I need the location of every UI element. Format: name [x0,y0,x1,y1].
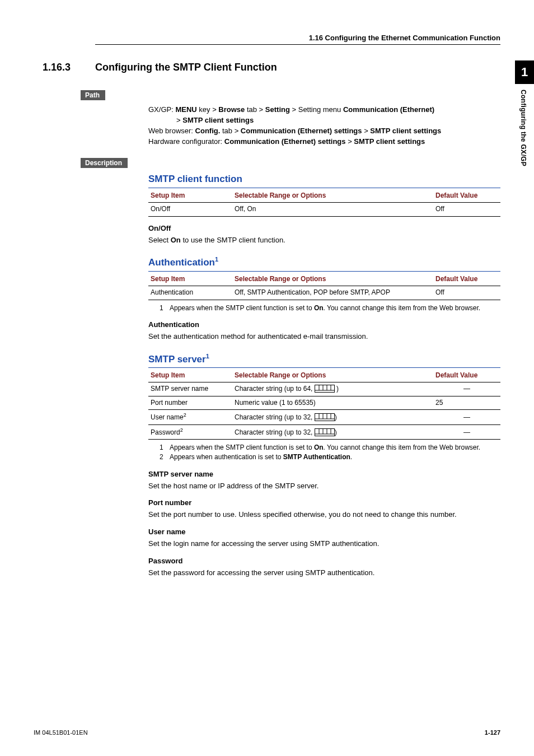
auth-heading: Authentication1 [148,255,500,271]
auth-item-heading: Authentication [148,320,500,330]
server-table: Setup Item Selectable Range or Options D… [148,369,500,440]
path-hw-prefix: Hardware configurator: [148,137,224,146]
section-number: 1.16.3 [43,62,95,73]
svg-rect-6 [315,414,334,421]
item-heading: Password [148,556,500,567]
svg-rect-12 [315,428,334,436]
side-tab: 1 Configuring the GX/GP [515,60,534,172]
smtp-client-table: Setup Item Selectable Range or Options D… [148,189,500,217]
item-heading: Port number [148,498,500,508]
svg-rect-0 [315,385,334,393]
path-gx-prefix: GX/GP: [148,105,175,114]
keyboard-icon [315,413,335,421]
server-heading: SMTP server1 [148,352,500,368]
item-heading: SMTP server name [148,469,500,480]
item-body: Set the host name or IP address of the S… [148,481,500,492]
keyboard-icon [315,385,335,393]
auth-item-body: Set the authentication method for authen… [148,332,500,342]
table-row: Password2Character string (up to 32, )― [148,424,500,439]
server-notes: 1Appears when the SMTP client function i… [160,443,500,463]
item-body: Set the login name for accessing the ser… [148,539,500,549]
section-title: Configuring the SMTP Client Function [95,62,277,73]
table-row: Port numberNumeric value (1 to 65535)25 [148,396,500,409]
path-block: GX/GP: MENU key > Browse tab > Setting >… [148,105,500,147]
table-row: SMTP server nameCharacter string (up to … [148,382,500,396]
table-row: On/Off Off, On Off [148,203,500,216]
keyboard-icon [315,428,335,436]
footer-page-number: 1-127 [485,729,500,736]
footer-doc-id: IM 04L51B01-01EN [34,729,88,736]
item-heading: User name [148,527,500,538]
th-default: Default Value [433,189,500,203]
path-label: Path [81,90,105,100]
path-web-prefix: Web browser: [148,127,195,135]
onoff-body: Select On to use the SMTP client functio… [148,235,500,246]
running-head: 1.16 Configuring the Ethernet Communicat… [95,34,500,45]
auth-table: Setup Item Selectable Range or Options D… [148,273,500,300]
description-label: Description [81,158,128,168]
auth-notes: 1 Appears when the SMTP client function … [160,304,500,313]
chapter-tab-label: Configuring the GX/GP [515,84,532,172]
smtp-client-heading: SMTP client function [148,172,500,188]
item-body: Set the port number to use. Unless speci… [148,510,500,520]
onoff-heading: On/Off [148,223,500,234]
table-row: Authentication Off, SMTP Authentication,… [148,286,500,300]
table-row: User name2Character string (up to 32, )― [148,410,500,424]
chapter-tab-number: 1 [515,60,534,84]
th-range: Selectable Range or Options [232,189,433,203]
th-item: Setup Item [148,189,232,203]
item-body: Set the password for accessing the serve… [148,568,500,578]
page-footer: IM 04L51B01-01EN 1-127 [34,729,500,736]
